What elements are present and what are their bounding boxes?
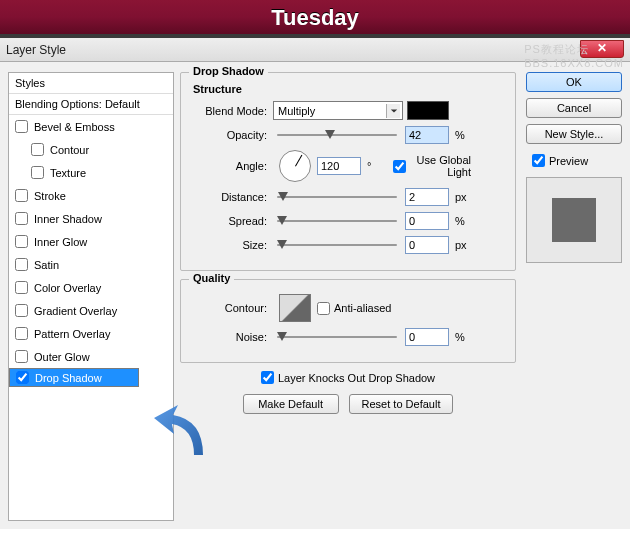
distance-slider[interactable] — [277, 188, 397, 206]
banner-day: Tuesday — [0, 0, 630, 36]
angle-row: Angle: 120 ° Use Global Light — [189, 150, 507, 182]
style-checkbox[interactable] — [16, 371, 29, 384]
styles-sidepanel: Styles Blending Options: Default Bevel &… — [8, 72, 174, 521]
size-slider[interactable] — [277, 236, 397, 254]
blend-mode-row: Blend Mode: Multiply — [189, 101, 507, 120]
style-label: Contour — [50, 144, 89, 156]
contour-row: Contour: Anti-aliased — [189, 294, 507, 322]
style-label: Pattern Overlay — [34, 328, 110, 340]
preview-input[interactable] — [532, 154, 545, 167]
noise-label: Noise: — [189, 331, 267, 343]
style-label: Texture — [50, 167, 86, 179]
make-default-button[interactable]: Make Default — [243, 394, 339, 414]
knocks-out-input[interactable] — [261, 371, 274, 384]
style-label: Outer Glow — [34, 351, 90, 363]
blending-options-header[interactable]: Blending Options: Default — [9, 94, 173, 115]
global-light-input[interactable] — [393, 160, 406, 173]
style-row-satin[interactable]: Satin — [9, 253, 173, 276]
style-row-gradient-overlay[interactable]: Gradient Overlay — [9, 299, 173, 322]
blend-mode-select[interactable]: Multiply — [273, 101, 403, 120]
angle-dial[interactable] — [279, 150, 311, 182]
style-checkbox[interactable] — [15, 120, 28, 133]
preview-checkbox[interactable]: Preview — [532, 154, 622, 167]
opacity-row: Opacity: 42 % — [189, 126, 507, 144]
noise-input[interactable]: 0 — [405, 328, 449, 346]
right-panel: OK Cancel New Style... Preview — [522, 72, 622, 521]
opacity-unit: % — [455, 129, 475, 141]
style-label: Inner Shadow — [34, 213, 102, 225]
style-row-contour[interactable]: Contour — [9, 138, 173, 161]
distance-label: Distance: — [189, 191, 267, 203]
opacity-slider[interactable] — [277, 126, 397, 144]
settings-panel: Drop Shadow Structure Blend Mode: Multip… — [174, 72, 522, 521]
style-checkbox[interactable] — [15, 189, 28, 202]
reset-default-button[interactable]: Reset to Default — [349, 394, 454, 414]
antialiased-checkbox[interactable]: Anti-aliased — [317, 302, 395, 315]
style-label: Inner Glow — [34, 236, 87, 248]
style-row-outer-glow[interactable]: Outer Glow — [9, 345, 173, 368]
blend-mode-value: Multiply — [278, 105, 315, 117]
noise-slider[interactable] — [277, 328, 397, 346]
distance-input[interactable]: 2 — [405, 188, 449, 206]
style-label: Gradient Overlay — [34, 305, 117, 317]
angle-input[interactable]: 120 — [317, 157, 361, 175]
style-label: Stroke — [34, 190, 66, 202]
color-swatch[interactable] — [407, 101, 449, 120]
size-input[interactable]: 0 — [405, 236, 449, 254]
style-row-texture[interactable]: Texture — [9, 161, 173, 184]
opacity-input[interactable]: 42 — [405, 126, 449, 144]
styles-header[interactable]: Styles — [9, 73, 173, 94]
chevron-down-icon — [386, 104, 400, 118]
spread-unit: % — [455, 215, 475, 227]
contour-picker[interactable] — [279, 294, 311, 322]
quality-group: Quality Contour: Anti-aliased Noise: 0 % — [180, 279, 516, 363]
size-row: Size: 0 px — [189, 236, 507, 254]
style-row-color-overlay[interactable]: Color Overlay — [9, 276, 173, 299]
style-checkbox[interactable] — [15, 350, 28, 363]
structure-title: Structure — [193, 83, 507, 95]
style-row-bevel-emboss[interactable]: Bevel & Emboss — [9, 115, 173, 138]
spread-slider[interactable] — [277, 212, 397, 230]
style-checkbox[interactable] — [15, 327, 28, 340]
style-checkbox[interactable] — [31, 166, 44, 179]
spread-row: Spread: 0 % — [189, 212, 507, 230]
group-title: Drop Shadow — [189, 65, 268, 77]
style-checkbox[interactable] — [31, 143, 44, 156]
style-label: Color Overlay — [34, 282, 101, 294]
global-light-checkbox[interactable]: Use Global Light — [393, 154, 471, 178]
antialiased-input[interactable] — [317, 302, 330, 315]
style-checkbox[interactable] — [15, 304, 28, 317]
size-label: Size: — [189, 239, 267, 251]
ok-button[interactable]: OK — [526, 72, 622, 92]
style-row-stroke[interactable]: Stroke — [9, 184, 173, 207]
style-label: Bevel & Emboss — [34, 121, 115, 133]
style-checkbox[interactable] — [15, 235, 28, 248]
style-checkbox[interactable] — [15, 212, 28, 225]
knocks-out-checkbox[interactable]: Layer Knocks Out Drop Shadow — [261, 371, 435, 384]
dialog-body: Styles Blending Options: Default Bevel &… — [0, 62, 630, 529]
spread-label: Spread: — [189, 215, 267, 227]
style-checkbox[interactable] — [15, 258, 28, 271]
cancel-button[interactable]: Cancel — [526, 98, 622, 118]
contour-label: Contour: — [189, 302, 267, 314]
preview-swatch — [552, 198, 596, 242]
noise-unit: % — [455, 331, 475, 343]
noise-row: Noise: 0 % — [189, 328, 507, 346]
dialog-title: Layer Style — [6, 43, 66, 57]
style-checkbox[interactable] — [15, 281, 28, 294]
style-row-drop-shadow[interactable]: Drop Shadow — [9, 368, 139, 387]
style-row-inner-shadow[interactable]: Inner Shadow — [9, 207, 173, 230]
style-row-inner-glow[interactable]: Inner Glow — [9, 230, 173, 253]
size-unit: px — [455, 239, 475, 251]
blend-mode-label: Blend Mode: — [189, 105, 267, 117]
distance-row: Distance: 2 px — [189, 188, 507, 206]
style-row-pattern-overlay[interactable]: Pattern Overlay — [9, 322, 173, 345]
preview-box — [526, 177, 622, 263]
drop-shadow-group: Drop Shadow Structure Blend Mode: Multip… — [180, 72, 516, 271]
distance-unit: px — [455, 191, 475, 203]
new-style-button[interactable]: New Style... — [526, 124, 622, 144]
quality-title: Quality — [189, 272, 234, 284]
spread-input[interactable]: 0 — [405, 212, 449, 230]
default-buttons: Make Default Reset to Default — [180, 394, 516, 414]
opacity-label: Opacity: — [189, 129, 267, 141]
